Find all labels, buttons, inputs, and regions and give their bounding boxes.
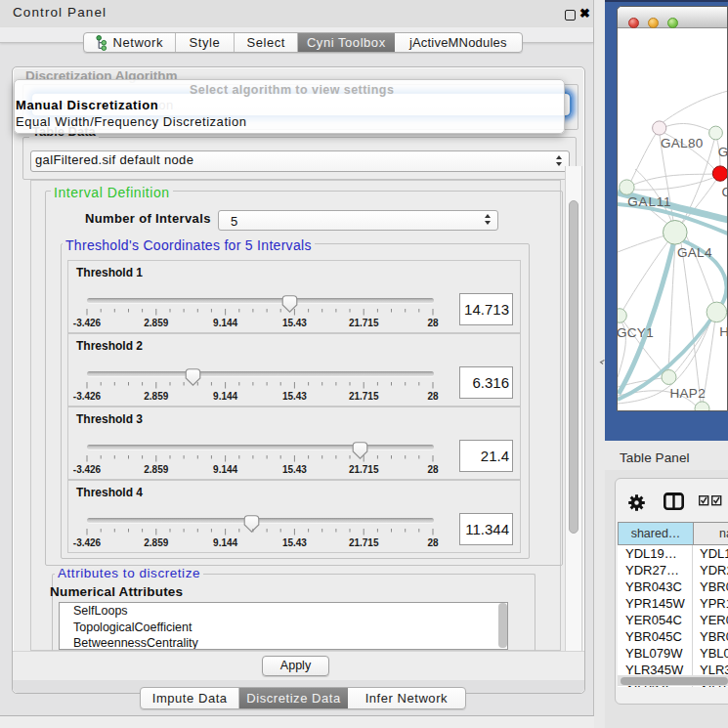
svg-text:GAL4: GAL4 [677, 245, 712, 260]
svg-text:GAL11: GAL11 [627, 194, 671, 209]
svg-text:HIS4: HIS4 [719, 324, 728, 339]
svg-text:GAL80: GAL80 [661, 136, 704, 150]
svg-text:GAL2: GAL2 [718, 145, 728, 159]
svg-text:HAP2: HAP2 [670, 386, 706, 401]
svg-text:CYC8: CYC8 [722, 185, 728, 199]
svg-text:GCY1: GCY1 [618, 325, 654, 340]
